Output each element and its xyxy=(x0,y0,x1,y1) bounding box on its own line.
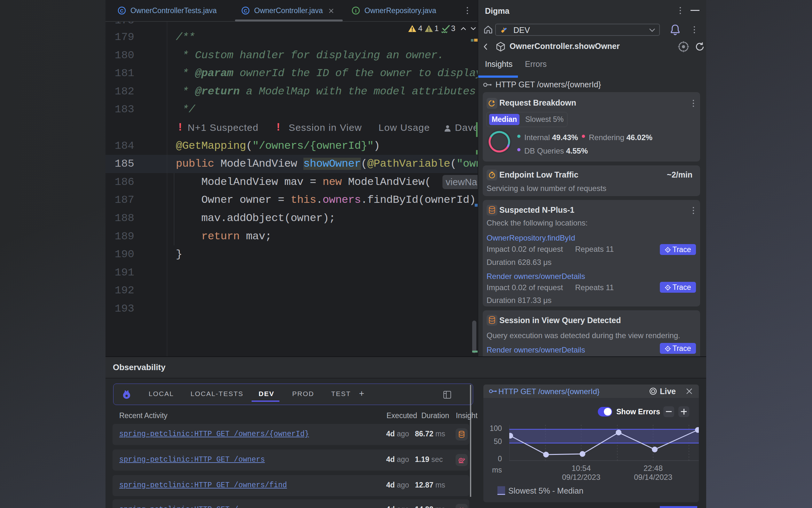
svg-text:C: C xyxy=(244,8,247,13)
svg-text:C: C xyxy=(120,8,124,13)
svg-text:I: I xyxy=(355,8,356,13)
